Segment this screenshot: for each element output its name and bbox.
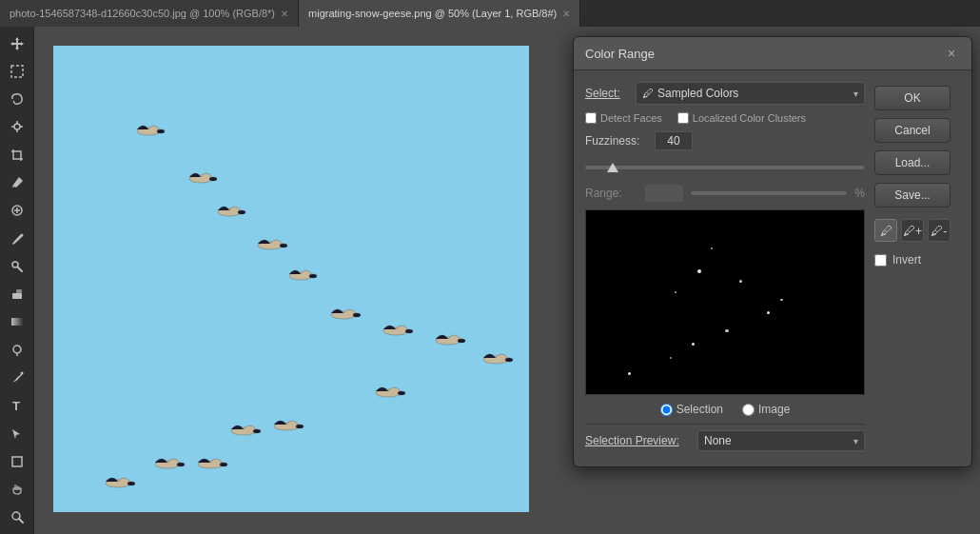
detect-faces-item[interactable]: Detect Faces: [585, 112, 662, 124]
lasso-tool[interactable]: [4, 87, 30, 112]
heal-tool[interactable]: [4, 198, 30, 224]
tab-geese-label: migrating-snow-geese.png @ 50% (Layer 1,…: [308, 8, 557, 19]
invert-checkbox[interactable]: [874, 254, 887, 267]
svg-rect-17: [12, 457, 22, 466]
fuzziness-row: Fuzziness:: [585, 131, 865, 150]
svg-point-5: [14, 124, 20, 129]
invert-label: Invert: [892, 253, 921, 267]
fuzziness-label: Fuzziness:: [585, 134, 647, 148]
svg-point-29: [309, 274, 317, 278]
selection-label: Selection: [676, 403, 723, 416]
selection-radio[interactable]: [660, 404, 673, 416]
sel-preview-value: None: [704, 434, 732, 447]
svg-point-31: [353, 313, 361, 317]
image-radio[interactable]: [742, 404, 755, 416]
tab-geese[interactable]: migrating-snow-geese.png @ 50% (Layer 1,…: [299, 0, 580, 27]
dialog-close-button[interactable]: ×: [943, 45, 960, 62]
tab-bar: photo-1546587348-d12660c30c50.jpg @ 100%…: [0, 0, 980, 27]
svg-point-9: [12, 262, 18, 267]
shape-tool[interactable]: [4, 448, 30, 474]
clone-tool[interactable]: [4, 253, 30, 279]
svg-point-49: [127, 482, 135, 485]
sel-preview-label: Selection Preview:: [585, 434, 690, 447]
localized-clusters-checkbox[interactable]: [677, 112, 689, 124]
tab-photo-label: photo-1546587348-d12660c30c50.jpg @ 100%…: [10, 8, 275, 19]
range-percent: %: [854, 187, 865, 200]
svg-point-37: [505, 358, 513, 362]
range-track[interactable]: [691, 191, 847, 195]
slider-thumb: [607, 163, 618, 172]
svg-rect-12: [11, 318, 23, 326]
eyedropper-add-button[interactable]: 🖊+: [901, 219, 924, 242]
svg-point-21: [157, 129, 165, 133]
svg-point-25: [238, 210, 245, 214]
brush-tool[interactable]: [4, 226, 30, 251]
svg-point-39: [398, 391, 405, 395]
pen-tool[interactable]: [4, 365, 30, 390]
move-tool[interactable]: [4, 30, 30, 56]
svg-rect-10: [12, 293, 22, 299]
eyedropper-remove-button[interactable]: 🖊-: [928, 219, 951, 242]
fuzziness-input[interactable]: [655, 131, 693, 150]
crop-tool[interactable]: [4, 142, 30, 168]
eyedropper-icon: 🖊: [642, 87, 654, 100]
ok-button[interactable]: OK: [874, 86, 951, 110]
image-radio-item[interactable]: Image: [742, 403, 790, 416]
hand-tool[interactable]: [4, 477, 30, 503]
select-row: Select: 🖊 Sampled Colors ▾: [585, 82, 865, 105]
type-tool[interactable]: T: [4, 393, 30, 419]
dialog-left-panel: Select: 🖊 Sampled Colors ▾: [585, 82, 865, 455]
range-row: Range: %: [585, 185, 865, 202]
svg-point-23: [209, 177, 217, 181]
canvas-area: Color Range × Select: 🖊 Sampled Colors: [34, 27, 980, 534]
eyedropper-tools: 🖊 🖊+ 🖊-: [874, 219, 960, 242]
svg-point-15: [20, 372, 23, 375]
path-select-tool[interactable]: [4, 421, 30, 446]
fuzziness-slider[interactable]: [585, 158, 865, 177]
tab-geese-close[interactable]: ✕: [562, 9, 570, 19]
color-range-dialog: Color Range × Select: 🖊 Sampled Colors: [573, 36, 972, 467]
eyedropper-sample-button[interactable]: 🖊: [874, 219, 897, 242]
image-label: Image: [758, 403, 790, 416]
eyedropper-tool[interactable]: [4, 169, 30, 195]
select-dropdown-value: Sampled Colors: [657, 87, 738, 100]
sel-preview-dropdown[interactable]: None ▾: [697, 430, 865, 451]
radio-row: Selection Image: [585, 403, 865, 416]
svg-rect-0: [11, 66, 23, 77]
svg-point-27: [280, 244, 287, 247]
dialog-title: Color Range: [585, 47, 655, 61]
svg-point-35: [458, 339, 465, 343]
gradient-tool[interactable]: [4, 309, 30, 335]
select-label: Select:: [585, 87, 628, 100]
svg-point-13: [13, 346, 21, 353]
cancel-button[interactable]: Cancel: [874, 118, 951, 143]
slider-track: [585, 166, 865, 169]
invert-row[interactable]: Invert: [874, 253, 960, 267]
dodge-tool[interactable]: [4, 337, 30, 363]
zoom-tool[interactable]: [4, 504, 30, 530]
localized-clusters-item[interactable]: Localized Color Clusters: [677, 112, 806, 124]
tab-photo[interactable]: photo-1546587348-d12660c30c50.jpg @ 100%…: [0, 0, 299, 27]
main-area: T: [0, 27, 980, 534]
svg-point-45: [177, 463, 185, 466]
range-label: Range:: [585, 187, 637, 200]
magic-wand-tool[interactable]: [4, 114, 30, 140]
eraser-tool[interactable]: [4, 282, 30, 307]
toolbar: T: [0, 27, 34, 534]
load-button[interactable]: Load...: [874, 150, 951, 175]
dialog-titlebar: Color Range ×: [574, 37, 971, 70]
chevron-down-icon: ▾: [853, 89, 858, 99]
svg-point-47: [220, 463, 227, 466]
sel-preview-row: Selection Preview: None ▾: [585, 424, 865, 455]
selection-radio-item[interactable]: Selection: [660, 403, 723, 416]
detect-faces-checkbox[interactable]: [585, 112, 597, 124]
tab-photo-close[interactable]: ✕: [281, 9, 288, 19]
save-button[interactable]: Save...: [874, 183, 951, 208]
localized-clusters-label: Localized Color Clusters: [693, 112, 806, 124]
sel-preview-chevron-icon: ▾: [853, 436, 858, 446]
range-value-box: [645, 185, 683, 202]
svg-point-43: [296, 425, 304, 428]
svg-point-41: [253, 429, 261, 433]
select-dropdown[interactable]: 🖊 Sampled Colors ▾: [636, 82, 865, 105]
marquee-tool[interactable]: [4, 58, 30, 84]
